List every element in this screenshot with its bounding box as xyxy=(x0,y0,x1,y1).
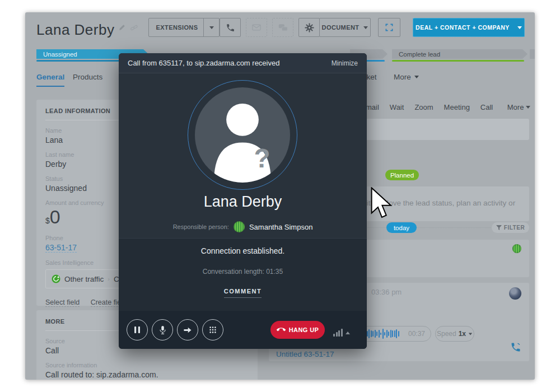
action-call[interactable]: Call xyxy=(480,103,493,111)
call-type-icon xyxy=(510,342,521,353)
person-silhouette-icon: ? xyxy=(195,87,290,183)
responsible-label: Responsible person: xyxy=(173,223,229,230)
action-zoom[interactable]: Zoom xyxy=(414,103,433,111)
pause-icon xyxy=(134,326,141,334)
responsible-avatar xyxy=(234,221,245,232)
call-record-link[interactable]: Untitled 63-51-17 xyxy=(276,350,334,358)
link-icon[interactable] xyxy=(130,24,138,34)
filter-button[interactable]: FILTER xyxy=(492,222,529,233)
si-source: Other traffic xyxy=(64,275,104,283)
comment-button[interactable]: COMMENT xyxy=(224,288,262,298)
edit-title-icon[interactable] xyxy=(118,24,126,34)
extensions-button[interactable]: EXTENSIONS xyxy=(148,18,220,37)
extensions-caret[interactable] xyxy=(203,18,220,36)
connection-status: Connection established. xyxy=(119,246,367,255)
quality-caret-icon xyxy=(346,332,350,334)
dialpad-button[interactable] xyxy=(202,319,223,340)
create-button-label: DEAL + CONTACT + COMPANY xyxy=(416,24,510,31)
action-meeting[interactable]: Meeting xyxy=(444,103,470,111)
entry-time: 03:36 pm xyxy=(371,288,402,296)
stage-complete-lead[interactable]: Complete lead xyxy=(392,49,528,59)
document-label: DOCUMENT xyxy=(322,24,360,31)
email-button[interactable] xyxy=(246,18,267,37)
transfer-button[interactable] xyxy=(177,319,198,340)
action-wait[interactable]: Wait xyxy=(390,103,404,111)
source-info-label: Source information xyxy=(45,362,249,368)
call-status-section: Connection established. Conversation len… xyxy=(119,238,367,311)
tab-more-label: More xyxy=(394,73,411,81)
amount-value[interactable]: 0 xyxy=(50,206,60,227)
speed-value: 1x xyxy=(459,330,466,338)
conversation-length: Conversation length: 01:35 xyxy=(119,268,367,276)
action-more[interactable]: More xyxy=(507,103,530,111)
page-title-row: Lana Derby xyxy=(36,21,138,39)
speed-caret-icon xyxy=(469,333,472,335)
avatar-ring: ? xyxy=(188,80,297,190)
mute-button[interactable] xyxy=(152,319,173,340)
speed-label: Speed xyxy=(437,330,456,338)
forward-arrow-icon xyxy=(183,326,192,334)
playback-speed-control[interactable]: Speed 1x xyxy=(435,326,474,342)
traffic-source-icon xyxy=(52,274,60,283)
hang-up-button[interactable]: HANG UP xyxy=(270,321,325,339)
call-popup-header: Call from 635117, to sip.zadarma.com rec… xyxy=(119,53,367,73)
today-badge[interactable]: today xyxy=(386,222,417,233)
expand-icon xyxy=(385,23,394,32)
document-caret-icon xyxy=(363,26,368,29)
expand-button[interactable] xyxy=(378,18,400,37)
call-popup: Call from 635117, to sip.zadarma.com rec… xyxy=(119,53,367,349)
call-quality-indicator[interactable] xyxy=(333,329,350,337)
chat-button[interactable] xyxy=(272,18,293,37)
contact-avatar-placeholder: ? xyxy=(195,87,290,183)
tab-more[interactable]: More xyxy=(394,73,419,86)
planned-badge: Planned xyxy=(385,170,419,180)
stage-complete-stripe xyxy=(392,60,524,62)
crm-lead-page: Lana Derby EXTENSIONS DOCUMENT DEAL + CO… xyxy=(25,12,535,380)
responsible-avatar xyxy=(512,244,521,253)
hold-button[interactable] xyxy=(127,319,148,340)
call-contact-name: Lana Derby xyxy=(119,193,367,211)
funnel-icon xyxy=(496,225,502,230)
user-photo-avatar xyxy=(509,287,521,300)
audio-duration: 00:37 xyxy=(408,330,425,338)
call-button[interactable] xyxy=(220,18,241,37)
source-info-value[interactable]: Call routed to: sip.zadarma.com. xyxy=(45,370,249,379)
microphone-icon xyxy=(158,325,167,335)
select-field-link[interactable]: Select field xyxy=(45,298,80,307)
phone-link[interactable]: 63-51-17 xyxy=(45,243,77,253)
keypad-icon xyxy=(209,326,217,334)
chevron-right-icon: › xyxy=(108,276,110,282)
call-popup-title: Call from 635117, to sip.zadarma.com rec… xyxy=(128,59,279,67)
tab-general[interactable]: General xyxy=(36,73,64,87)
create-button-caret-icon xyxy=(517,26,522,29)
hint-text: Move the lead status, plan an activity o… xyxy=(382,199,515,207)
timeline-actions-row: E-mail Wait Zoom Meeting Call More xyxy=(358,103,530,111)
phone-icon xyxy=(226,23,235,32)
filter-label: FILTER xyxy=(504,225,525,231)
page-title: Lana Derby xyxy=(36,21,114,38)
gear-icon xyxy=(305,23,314,32)
extensions-label: EXTENSIONS xyxy=(156,24,198,31)
chat-bubbles-icon xyxy=(278,24,288,32)
call-controls-bar: HANG UP xyxy=(119,311,367,349)
amount-currency: $ xyxy=(45,216,50,225)
envelope-icon xyxy=(252,24,261,31)
stage-next-sliver xyxy=(530,49,535,59)
tab-products[interactable]: Products xyxy=(73,73,102,86)
minimize-button[interactable]: Minimize xyxy=(332,59,358,67)
hang-up-icon xyxy=(277,325,286,334)
responsible-name[interactable]: Samantha Simpson xyxy=(249,223,312,231)
create-deal-contact-company-button[interactable]: DEAL + CONTACT + COMPANY xyxy=(413,18,525,37)
question-mark: ? xyxy=(254,143,270,173)
responsible-row: Responsible person: Samantha Simpson xyxy=(119,221,367,232)
action-more-label: More xyxy=(507,103,524,111)
document-button[interactable]: DOCUMENT xyxy=(319,18,371,37)
settings-button[interactable] xyxy=(298,18,320,37)
hang-up-label: HANG UP xyxy=(289,326,319,333)
